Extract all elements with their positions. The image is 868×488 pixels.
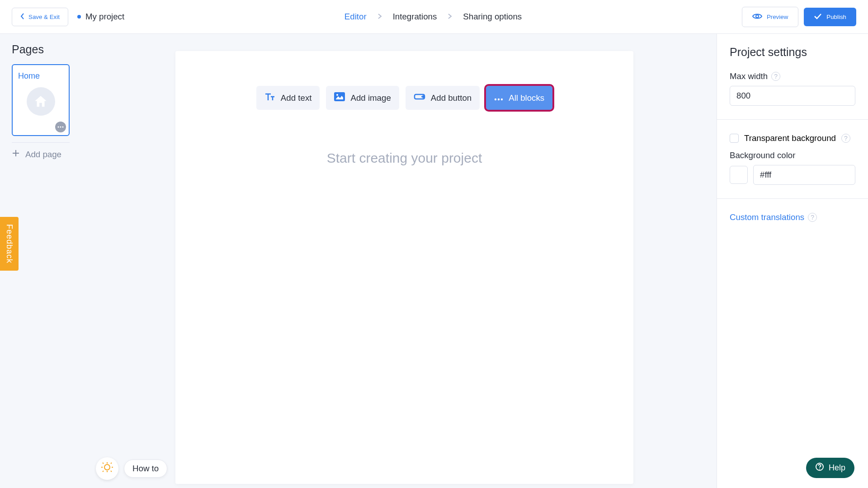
divider <box>12 142 70 143</box>
add-image-label: Add image <box>350 93 391 103</box>
add-page-button[interactable]: Add page <box>12 149 79 160</box>
bg-color-label: Background color <box>730 150 855 160</box>
all-blocks-label: All blocks <box>509 93 544 103</box>
add-text-button[interactable]: Add text <box>256 86 320 110</box>
plus-icon <box>12 149 20 160</box>
nav-step-editor[interactable]: Editor <box>344 12 367 22</box>
howto-button[interactable]: How to <box>124 460 167 478</box>
divider <box>717 119 868 120</box>
header-nav: Editor Integrations Sharing options <box>344 12 522 22</box>
divider <box>717 198 868 199</box>
svg-point-2 <box>60 127 61 128</box>
help-circle-icon <box>815 462 824 474</box>
add-button-label: Add button <box>431 93 472 103</box>
button-icon <box>414 93 425 103</box>
settings-title: Project settings <box>730 46 855 59</box>
svg-point-9 <box>501 98 503 100</box>
help-label: Help <box>829 463 845 473</box>
project-name-label: My project <box>85 12 124 22</box>
chevron-right-icon <box>377 12 383 22</box>
transparent-bg-label: Transparent background <box>744 133 836 143</box>
home-icon <box>27 87 55 116</box>
header-left: Save & Exit My project <box>12 8 124 26</box>
top-header: Save & Exit My project Editor Integratio… <box>0 0 868 34</box>
custom-translations-label: Custom translations <box>730 212 804 222</box>
bg-color-input[interactable] <box>753 165 855 185</box>
add-image-button[interactable]: Add image <box>326 86 399 110</box>
svg-rect-4 <box>334 92 345 101</box>
max-width-label-text: Max width <box>730 71 768 81</box>
svg-point-0 <box>756 15 759 18</box>
svg-point-5 <box>336 94 338 96</box>
help-icon[interactable]: ? <box>771 72 780 81</box>
settings-panel: Project settings Max width ? Transparent… <box>717 34 868 488</box>
help-icon[interactable]: ? <box>808 213 817 222</box>
save-exit-label: Save & Exit <box>28 14 60 20</box>
unsaved-dot-icon <box>77 15 81 19</box>
howto-label: How to <box>132 464 159 473</box>
svg-point-7 <box>495 98 496 100</box>
save-exit-button[interactable]: Save & Exit <box>12 8 68 26</box>
add-text-label: Add text <box>281 93 312 103</box>
bg-color-swatch[interactable] <box>730 166 748 184</box>
block-toolbar: Add text Add image Add button All blocks <box>175 51 633 110</box>
max-width-input[interactable] <box>730 86 855 106</box>
max-width-label: Max width ? <box>730 71 855 81</box>
howto-bulb-button[interactable] <box>96 457 118 480</box>
preview-button[interactable]: Preview <box>742 7 798 27</box>
preview-label: Preview <box>767 14 788 20</box>
svg-point-10 <box>104 465 110 470</box>
help-widget[interactable]: Help <box>806 458 854 478</box>
transparent-bg-checkbox[interactable] <box>730 134 739 143</box>
text-icon <box>264 92 275 103</box>
add-page-label: Add page <box>25 150 61 160</box>
howto-widget: How to <box>96 457 167 480</box>
sidebar-title: Pages <box>12 43 79 56</box>
page-card-more-button[interactable] <box>55 122 66 132</box>
project-name: My project <box>77 12 124 22</box>
help-icon[interactable]: ? <box>841 134 850 143</box>
header-right: Preview Publish <box>742 7 856 27</box>
feedback-tab[interactable]: Feedback <box>0 217 19 271</box>
svg-point-3 <box>62 127 64 128</box>
canvas: Add text Add image Add button All blocks… <box>175 51 633 484</box>
publish-button[interactable]: Publish <box>804 8 856 26</box>
nav-step-sharing[interactable]: Sharing options <box>463 12 522 22</box>
chevron-left-icon <box>20 13 25 21</box>
lightbulb-icon <box>100 461 114 477</box>
transparent-bg-row: Transparent background ? <box>730 133 855 143</box>
nav-step-integrations[interactable]: Integrations <box>393 12 437 22</box>
svg-point-8 <box>498 98 500 100</box>
bg-color-row <box>730 165 855 185</box>
page-card-label: Home <box>18 71 63 81</box>
feedback-label: Feedback <box>5 224 14 263</box>
canvas-placeholder: Start creating your project <box>175 150 633 166</box>
add-button-button[interactable]: Add button <box>406 86 480 110</box>
all-blocks-button[interactable]: All blocks <box>486 86 552 110</box>
chevron-right-icon <box>447 12 453 22</box>
svg-point-1 <box>58 127 59 128</box>
check-icon <box>814 13 822 21</box>
page-card-home[interactable]: Home <box>12 64 70 136</box>
custom-translations-link[interactable]: Custom translations ? <box>730 212 855 222</box>
more-horizontal-icon <box>494 93 503 103</box>
svg-point-12 <box>819 469 820 469</box>
eye-icon <box>752 13 762 21</box>
image-icon <box>334 92 345 103</box>
publish-label: Publish <box>826 14 846 20</box>
